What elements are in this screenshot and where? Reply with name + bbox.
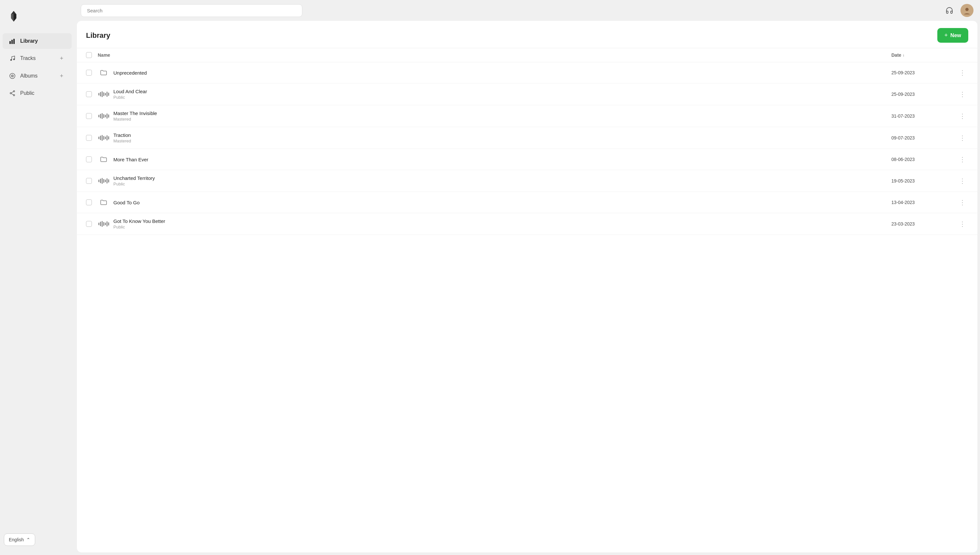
table-row[interactable]: Loud And Clear Public 25-09-2023 ⋮ bbox=[77, 83, 977, 105]
row-checkbox[interactable] bbox=[86, 70, 92, 75]
row-date: 19-05-2023 bbox=[891, 178, 956, 183]
plus-icon: + bbox=[945, 32, 948, 39]
row-checkbox-col bbox=[86, 70, 98, 75]
row-subtitle: Public bbox=[114, 225, 891, 229]
disc-icon bbox=[9, 73, 16, 79]
svg-rect-2 bbox=[13, 39, 14, 44]
row-checkbox-col bbox=[86, 135, 98, 141]
waveform-icon bbox=[98, 135, 109, 141]
row-date: 13-04-2023 bbox=[891, 200, 956, 205]
row-checkbox[interactable] bbox=[86, 91, 92, 97]
row-checkbox[interactable] bbox=[86, 178, 92, 184]
table-row[interactable]: Uncharted Territory Public 19-05-2023 ⋮ bbox=[77, 170, 977, 192]
main-content: Library + New Name Date ↓ bbox=[74, 0, 980, 555]
tracks-add-button[interactable]: + bbox=[58, 55, 65, 62]
avatar[interactable] bbox=[961, 4, 974, 17]
row-type-icon bbox=[98, 199, 109, 206]
new-button[interactable]: + New bbox=[937, 28, 968, 43]
page-title: Library bbox=[86, 31, 110, 40]
row-checkbox-col bbox=[86, 199, 98, 205]
library-panel: Library + New Name Date ↓ bbox=[77, 21, 977, 552]
select-all-checkbox[interactable] bbox=[86, 52, 92, 58]
folder-icon bbox=[100, 156, 107, 163]
row-menu-button[interactable]: ⋮ bbox=[956, 154, 968, 165]
table-row[interactable]: Master The Invisible Mastered 31-07-2023… bbox=[77, 105, 977, 127]
svg-point-9 bbox=[10, 93, 11, 94]
library-header: Library + New bbox=[77, 21, 977, 48]
row-date: 23-03-2023 bbox=[891, 221, 956, 226]
language-label: English bbox=[9, 537, 24, 542]
table-body: Unprecedented 25-09-2023 ⋮ Loud And Clea… bbox=[77, 62, 977, 552]
support-button[interactable] bbox=[943, 4, 956, 17]
albums-add-button[interactable]: + bbox=[58, 72, 65, 80]
row-info: Got To Know You Better Public bbox=[114, 218, 891, 229]
row-name: Traction bbox=[114, 132, 891, 138]
sidebar-item-library-label: Library bbox=[20, 38, 38, 44]
waveform-icon bbox=[98, 221, 109, 227]
row-menu-button[interactable]: ⋮ bbox=[956, 219, 968, 229]
sidebar-item-tracks[interactable]: Tracks + bbox=[3, 50, 72, 66]
header-date-col: Date ↓ bbox=[891, 53, 956, 58]
row-type-icon bbox=[98, 178, 109, 184]
header-checkbox-col bbox=[86, 52, 98, 58]
row-name: More Than Ever bbox=[114, 157, 891, 162]
sidebar: Library Tracks + Albums + bbox=[0, 0, 74, 555]
row-checkbox[interactable] bbox=[86, 156, 92, 162]
row-info: Master The Invisible Mastered bbox=[114, 111, 891, 122]
logo-area bbox=[0, 5, 74, 32]
sidebar-item-albums[interactable]: Albums + bbox=[3, 68, 72, 84]
sidebar-item-library[interactable]: Library bbox=[3, 33, 72, 49]
new-button-label: New bbox=[950, 32, 961, 38]
table-row[interactable]: Traction Mastered 09-07-2023 ⋮ bbox=[77, 127, 977, 149]
waveform-icon bbox=[98, 178, 109, 184]
logo-icon bbox=[6, 9, 21, 24]
language-button[interactable]: English ⌃ bbox=[4, 534, 35, 546]
row-name: Got To Know You Better bbox=[114, 218, 891, 224]
row-name: Good To Go bbox=[114, 200, 891, 205]
row-checkbox-col bbox=[86, 91, 98, 97]
row-type-icon bbox=[98, 91, 109, 97]
row-name: Loud And Clear bbox=[114, 89, 891, 94]
music-note-icon bbox=[9, 55, 16, 62]
row-checkbox[interactable] bbox=[86, 113, 92, 119]
row-menu-button[interactable]: ⋮ bbox=[956, 176, 968, 186]
row-subtitle: Public bbox=[114, 95, 891, 100]
chevron-up-icon: ⌃ bbox=[26, 537, 30, 542]
table-row[interactable]: Unprecedented 25-09-2023 ⋮ bbox=[77, 62, 977, 83]
row-checkbox[interactable] bbox=[86, 199, 92, 205]
row-type-icon bbox=[98, 221, 109, 227]
row-checkbox-col bbox=[86, 178, 98, 184]
sort-arrow-icon: ↓ bbox=[902, 53, 905, 57]
folder-icon bbox=[100, 199, 107, 206]
table-row[interactable]: Good To Go 13-04-2023 ⋮ bbox=[77, 192, 977, 213]
row-menu-button[interactable]: ⋮ bbox=[956, 67, 968, 78]
sidebar-item-public[interactable]: Public bbox=[3, 85, 72, 101]
row-subtitle: Public bbox=[114, 181, 891, 186]
row-subtitle: Mastered bbox=[114, 117, 891, 122]
table-row[interactable]: More Than Ever 08-06-2023 ⋮ bbox=[77, 149, 977, 170]
row-checkbox-col bbox=[86, 156, 98, 162]
row-checkbox[interactable] bbox=[86, 135, 92, 141]
row-checkbox[interactable] bbox=[86, 221, 92, 227]
row-menu-button[interactable]: ⋮ bbox=[956, 111, 968, 121]
bar-chart-icon bbox=[9, 38, 16, 44]
row-info: Loud And Clear Public bbox=[114, 89, 891, 100]
row-menu-button[interactable]: ⋮ bbox=[956, 89, 968, 99]
row-checkbox-col bbox=[86, 113, 98, 119]
sidebar-item-tracks-label: Tracks bbox=[20, 55, 35, 61]
row-info: Traction Mastered bbox=[114, 132, 891, 143]
row-info: Good To Go bbox=[114, 200, 891, 205]
row-menu-button[interactable]: ⋮ bbox=[956, 133, 968, 143]
row-name: Master The Invisible bbox=[114, 111, 891, 116]
topbar bbox=[74, 0, 980, 21]
svg-line-12 bbox=[11, 93, 13, 95]
sidebar-footer: English ⌃ bbox=[0, 529, 74, 550]
table-row[interactable]: Got To Know You Better Public 23-03-2023… bbox=[77, 213, 977, 235]
row-menu-button[interactable]: ⋮ bbox=[956, 197, 968, 208]
svg-point-10 bbox=[13, 95, 14, 96]
sidebar-item-public-label: Public bbox=[20, 90, 35, 96]
svg-point-3 bbox=[10, 59, 12, 61]
search-input[interactable] bbox=[81, 4, 302, 17]
row-date: 25-09-2023 bbox=[891, 91, 956, 97]
row-date: 08-06-2023 bbox=[891, 157, 956, 162]
